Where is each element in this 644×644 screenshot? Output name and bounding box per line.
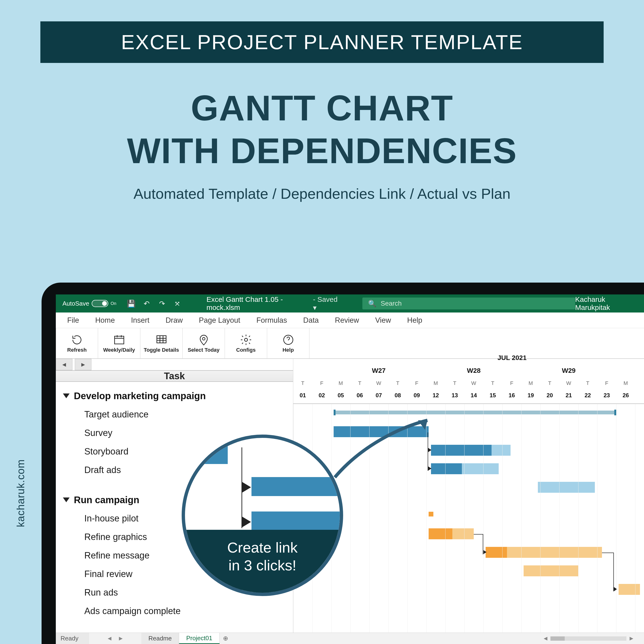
configs-button[interactable]: Configs	[225, 328, 267, 358]
gantt-bar-plan[interactable]	[492, 445, 511, 456]
weekday-label: W	[559, 380, 578, 386]
svg-point-3	[244, 338, 247, 341]
task-row[interactable]: Target audience	[63, 405, 293, 424]
date-label: 14	[464, 392, 483, 399]
title-banner: EXCEL PROJECT PLANNER TEMPLATE	[40, 21, 604, 63]
weekday-row: TFMTWTFMTWTFMTWTFM	[293, 380, 644, 386]
ribbon-tabs: File Home Insert Draw Page Layout Formul…	[56, 313, 644, 328]
date-label: 12	[426, 392, 445, 399]
svg-rect-0	[114, 336, 124, 344]
toggle-details-button[interactable]: Toggle Details	[140, 328, 183, 358]
gantt-bar-plan[interactable]	[524, 565, 578, 576]
tab-data[interactable]: Data	[295, 313, 327, 328]
dependency-line	[602, 553, 614, 553]
autosave-label: AutoSave	[62, 300, 89, 307]
gear-icon	[239, 334, 253, 346]
dependency-line	[613, 553, 614, 590]
scroll-left-button[interactable]: ◄	[56, 359, 72, 370]
brand-watermark: kacharuk.com	[15, 459, 27, 527]
select-today-button[interactable]: Select Today	[183, 328, 225, 358]
weekday-label: T	[388, 380, 407, 386]
redo-icon[interactable]: ↷	[157, 298, 167, 309]
pin-icon	[197, 334, 211, 346]
gantt-bar[interactable]	[429, 528, 452, 539]
weekday-label: T	[483, 380, 502, 386]
add-sheet-button[interactable]: ⊕	[220, 633, 232, 644]
date-label: 26	[616, 392, 635, 399]
sheet-nav-icons[interactable]: ◄ ►	[89, 633, 141, 644]
help-button[interactable]: Help	[267, 328, 309, 358]
group-row[interactable]: Develop marketing campaign	[63, 387, 293, 405]
gantt-bar-plan[interactable]	[462, 463, 499, 474]
weekday-label: T	[578, 380, 597, 386]
document-title: Excel Gantt Chart 1.05 - mock.xlsm	[206, 295, 311, 312]
tab-file[interactable]: File	[59, 313, 87, 328]
gantt-bar[interactable]	[486, 547, 507, 558]
weekday-label: F	[407, 380, 426, 386]
gantt-bar[interactable]	[431, 445, 492, 456]
date-label: 13	[445, 392, 464, 399]
status-ready: Ready	[56, 633, 89, 644]
weekday-label: M	[426, 380, 445, 386]
date-label: 01	[293, 392, 312, 399]
weekday-label: M	[521, 380, 540, 386]
search-placeholder: Search	[381, 300, 402, 307]
tab-draw[interactable]: Draw	[157, 313, 191, 328]
date-label: 08	[388, 392, 407, 399]
save-status: - Saved ▾	[313, 295, 341, 312]
gantt-bar-plan[interactable]	[619, 584, 640, 595]
weekly-daily-button[interactable]: Weekly/Daily	[98, 328, 140, 358]
sheet-tab-project01[interactable]: Project01	[179, 633, 220, 644]
date-label: 20	[540, 392, 559, 399]
tab-home[interactable]: Home	[87, 313, 123, 328]
callout-bar-icon	[251, 477, 343, 496]
gantt-bar[interactable]	[431, 463, 462, 474]
svg-marker-5	[418, 420, 427, 430]
gantt-chart: JUL 2021 W27 W28 W29 TFMTWTFMTWTFMTWTFM …	[293, 359, 644, 633]
touch-mode-icon[interactable]: ⤧	[172, 298, 182, 309]
hero-subtitle: Automated Template / Dependencies Link /…	[0, 185, 644, 202]
summary-bar	[429, 512, 433, 516]
date-label: 02	[312, 392, 331, 399]
gantt-bar-plan[interactable]	[452, 528, 474, 539]
save-icon[interactable]: 💾	[126, 298, 136, 309]
autosave-state: On	[111, 301, 116, 306]
tab-view[interactable]: View	[367, 313, 399, 328]
scroll-right-button[interactable]: ►	[75, 359, 91, 370]
date-label: 23	[597, 392, 616, 399]
date-label: 21	[559, 392, 578, 399]
task-nav: ◄ ►	[56, 359, 293, 371]
excel-titlebar: AutoSave On 💾 ↶ ↷ ⤧ Excel Gantt Chart 1.…	[56, 294, 644, 313]
calendar-icon	[112, 334, 126, 346]
task-row[interactable]: Ads campaign complete	[63, 602, 293, 620]
hero-title-line2: WITH DEPENDENCIES	[0, 129, 644, 172]
task-header: Task	[56, 371, 293, 382]
title-banner-text: EXCEL PROJECT PLANNER TEMPLATE	[121, 31, 523, 53]
account-name[interactable]: Kacharuk Marukpitak	[575, 295, 637, 312]
weekday-label: M	[331, 380, 350, 386]
gantt-bar-plan[interactable]	[538, 482, 595, 493]
autosave-pill-icon	[92, 300, 108, 307]
sheet-tab-bar: Ready ◄ ► Readme Project01 ⊕ ◄►	[56, 633, 644, 644]
sheet-tab-readme[interactable]: Readme	[141, 633, 179, 644]
refresh-button[interactable]: Refresh	[56, 328, 98, 358]
weeks-row: W27 W28 W29	[293, 367, 644, 375]
search-input[interactable]: 🔍 Search	[362, 298, 575, 309]
tab-formulas[interactable]: Formulas	[248, 313, 295, 328]
undo-icon[interactable]: ↶	[142, 298, 152, 309]
chevron-down-icon	[63, 393, 70, 398]
refresh-icon	[70, 334, 84, 346]
grid-icon	[154, 334, 169, 346]
horizontal-scrollbar[interactable]: ◄►	[543, 633, 644, 644]
tab-help[interactable]: Help	[399, 313, 431, 328]
autosave-toggle[interactable]: AutoSave On	[62, 300, 116, 307]
weekday-label: F	[502, 380, 521, 386]
week-label: W29	[521, 367, 616, 375]
tab-page-layout[interactable]: Page Layout	[191, 313, 248, 328]
date-label: 06	[350, 392, 369, 399]
weekday-label: T	[350, 380, 369, 386]
callout-pointer	[332, 418, 432, 481]
month-label: JUL 2021	[497, 354, 644, 362]
tab-insert[interactable]: Insert	[123, 313, 158, 328]
tab-review[interactable]: Review	[327, 313, 367, 328]
